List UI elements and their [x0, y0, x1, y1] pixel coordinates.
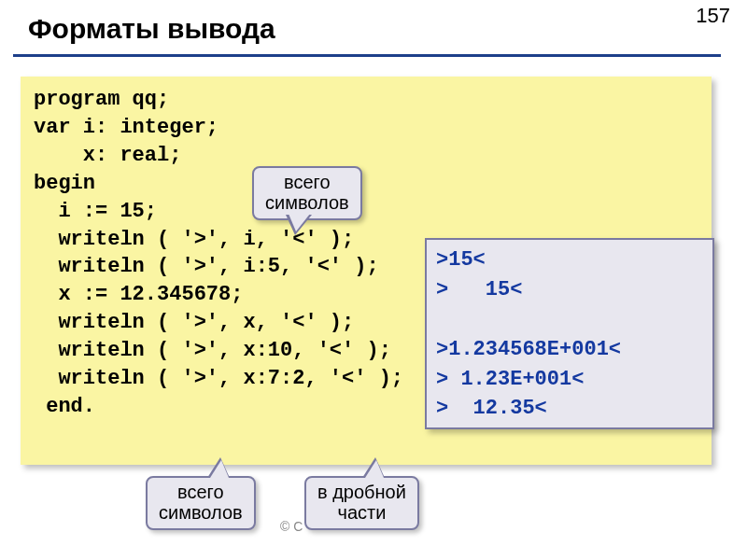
callout-total-chars-bottom: всего символов [146, 476, 256, 530]
callout-decimal-part: в дробной части [304, 476, 419, 530]
callout-total-chars-top: всего символов [252, 166, 362, 220]
output-block: >15< > 15< >1.234568E+001< > 1.23E+001< … [425, 238, 714, 429]
callout-bubble: в дробной части [304, 476, 419, 530]
callout-bubble: всего символов [146, 476, 256, 530]
callout-tail-down-icon [286, 215, 312, 235]
title-underline [13, 54, 721, 57]
callout-bubble: всего символов [252, 166, 362, 220]
output-text: >15< > 15< >1.234568E+001< > 1.23E+001< … [436, 245, 703, 424]
callout-tail-up-icon [362, 457, 385, 478]
footer-copyright: © C [280, 519, 303, 534]
callout-tail-up-icon [207, 457, 230, 478]
slide-title: Форматы вывода [28, 13, 275, 45]
page-number: 157 [696, 4, 730, 28]
